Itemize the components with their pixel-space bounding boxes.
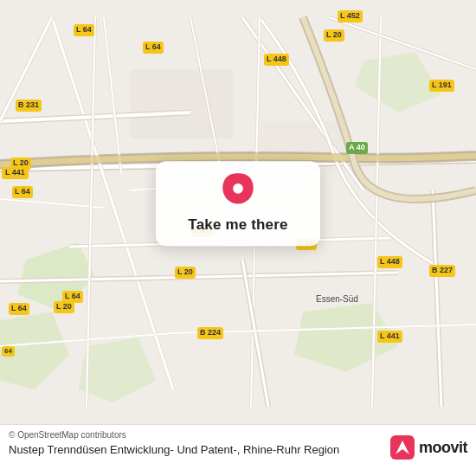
badge-b231: B 231 [16, 100, 42, 112]
badge-l448-top: L 448 [264, 54, 289, 66]
essen-sud-label: Essen-Süd [316, 294, 358, 304]
badge-l20-bl: L 20 [54, 301, 74, 313]
badge-9: L 441 [2, 167, 29, 179]
badge-l20-mid: L 20 [175, 267, 196, 279]
moovit-text: moovit [419, 439, 467, 457]
map-pin-icon [220, 173, 256, 209]
moovit-icon [390, 435, 415, 460]
svg-point-48 [233, 183, 243, 194]
svg-rect-6 [130, 69, 234, 138]
badge-l191: L 191 [429, 80, 454, 92]
take-me-there-button[interactable]: Take me there [188, 216, 287, 234]
badge-b227: B 227 [429, 265, 455, 277]
bottom-bar: © OpenStreetMap contributors Nustep Tren… [0, 424, 476, 476]
badge-l64-left: L 64 [12, 186, 33, 198]
badge-l448-right: L 448 [377, 256, 402, 268]
location-name: Nustep Trenndüsen Entwicklung- Und Paten… [9, 443, 382, 458]
main-container: B 231 L 64 L 64 L 64 64 L 64 L 20 L 441 … [0, 0, 476, 476]
badge-l64-bl: L 64 [9, 303, 29, 315]
badge-l64-top: L 64 [74, 24, 94, 36]
badge-b224: B 224 [197, 327, 223, 339]
overlay-card: Take me there [156, 161, 320, 246]
badge-64-bottom: 64 [2, 346, 15, 357]
osm-credit: © OpenStreetMap contributors [9, 430, 382, 440]
moovit-logo: moovit [390, 435, 467, 460]
badge-l64-tm: L 64 [143, 42, 164, 54]
bottom-left: © OpenStreetMap contributors Nustep Tren… [9, 430, 382, 458]
badge-l441: L 441 [377, 331, 402, 343]
badge-l20-tr: L 20 [324, 29, 344, 42]
badge-l452: L 452 [338, 10, 363, 23]
map-area: B 231 L 64 L 64 L 64 64 L 64 L 20 L 441 … [0, 0, 476, 424]
badge-a40: A 40 [346, 142, 368, 154]
